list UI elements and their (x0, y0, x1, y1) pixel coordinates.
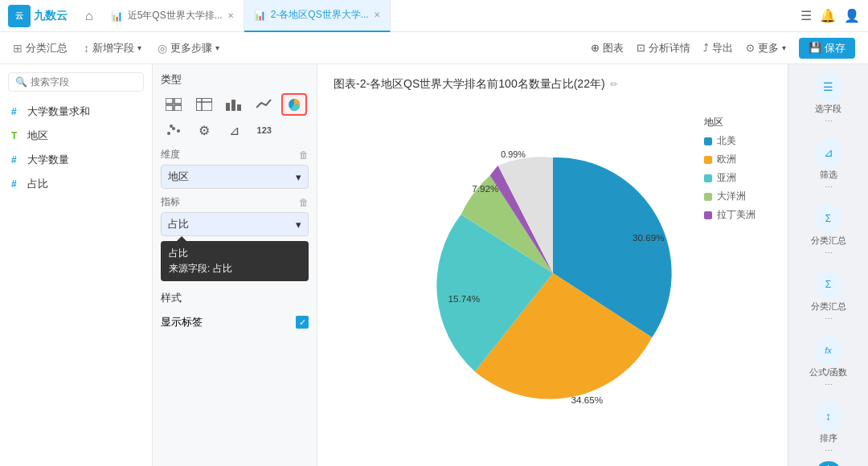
chart-type-pie[interactable] (281, 93, 307, 116)
chart-type-filter[interactable]: ⊿ (221, 119, 247, 141)
toolbar-more-steps[interactable]: ◎ 更多步骤 ▾ (158, 41, 219, 55)
metric-section: 指标 🗑 (161, 195, 309, 209)
toolbar: ⊞ 分类汇总 ↕ 新增字段 ▾ ◎ 更多步骤 ▾ ⊕ 图表 ⊡ 分析详情 ⤴ 导… (0, 32, 868, 64)
type-section-title: 类型 (161, 72, 309, 87)
step-formula[interactable]: fx 公式/函数 ⋯ (809, 336, 847, 389)
chart-type-gear[interactable]: ⚙ (191, 119, 217, 141)
svg-rect-8 (231, 100, 235, 111)
dimension-select[interactable]: 地区 ▾ (161, 165, 309, 189)
home-tab[interactable]: ⌂ (77, 9, 101, 23)
toolbar-chart[interactable]: ⊕ 图表 (591, 41, 624, 55)
step-formula-more[interactable]: ⋯ (825, 380, 833, 389)
legend-label-1: 欧洲 (717, 153, 736, 166)
field-item-3[interactable]: # 占比 (0, 172, 152, 196)
field-tag-1: T (11, 130, 23, 141)
step-sort-icon: ↕ (814, 402, 843, 431)
field-tag-2: # (11, 154, 23, 166)
step-filter[interactable]: ⊿ 筛选 ⋯ (814, 138, 843, 191)
more-steps-arrow: ▾ (215, 43, 219, 52)
toolbar-export[interactable]: ⤴ 导出 (703, 41, 733, 55)
right-sidebar: ☰ 选字段 ⋯ ⊿ 筛选 ⋯ Σ 分类汇总 ⋯ Σ 分类汇总 ⋯ fx 公式/函… (788, 64, 868, 466)
tab-1-close[interactable]: ✕ (227, 11, 234, 20)
svg-rect-5 (196, 98, 202, 111)
chart-label: 图表 (603, 41, 624, 55)
legend-label-3: 大洋洲 (717, 190, 746, 203)
chart-title-edit-icon[interactable]: ✏ (610, 79, 618, 90)
step-select[interactable]: ☰ 选字段 ⋯ (814, 72, 843, 125)
step-summary1[interactable]: Σ 分类汇总 ⋯ (811, 204, 846, 257)
step-sort-more[interactable]: ⋯ (825, 446, 833, 455)
chart-type-table[interactable] (161, 93, 186, 116)
tab-2-close[interactable]: ✕ (374, 10, 380, 19)
metric-select[interactable]: 占比 ▾ (161, 212, 309, 236)
logo-text: 九数云 (34, 9, 68, 23)
step-summary1-icon: Σ (814, 204, 843, 233)
save-label: 保存 (825, 41, 845, 55)
label-dayangzhou: 7.92% (472, 183, 498, 194)
step-summary1-more[interactable]: ⋯ (825, 248, 833, 257)
toolbar-add-field[interactable]: ↕ 新增字段 ▾ (84, 41, 141, 55)
tab-2[interactable]: 📊 2-各地区QS世界大学... ✕ (244, 0, 391, 32)
chart-type-line[interactable] (252, 93, 277, 116)
metric-tooltip: 占比 来源字段: 占比 (161, 241, 309, 281)
chart-type-scatter[interactable] (161, 119, 186, 141)
field-item-2[interactable]: # 大学数量 (0, 148, 152, 172)
dimension-label: 维度 (161, 148, 180, 161)
pie-chart: 30.69% 34.65% 15.74% 7.92% 0.99% (408, 129, 698, 418)
field-item-0[interactable]: # 大学数量求和 (0, 100, 152, 124)
step-filter-more[interactable]: ⋯ (825, 182, 833, 191)
legend: 地区 北美 欧洲 亚洲 大洋洲 (704, 116, 755, 227)
step-formula-icon: fx (814, 336, 843, 365)
chart-type-cross[interactable] (191, 93, 217, 116)
tab-1[interactable]: 📊 近5年QS世界大学排... ✕ (101, 0, 244, 32)
topbar-right: ☰ 🔔 👤 (800, 8, 860, 23)
legend-dot-0 (704, 137, 712, 145)
summary-label: 分类汇总 (26, 41, 68, 55)
toolbar-summary[interactable]: ⊞ 分类汇总 (13, 41, 68, 55)
legend-item-1: 欧洲 (704, 153, 755, 166)
toolbar-save[interactable]: 💾 保存 (799, 38, 855, 59)
center-panel: 类型 (153, 64, 317, 466)
chart-type-bar[interactable] (221, 93, 247, 116)
field-label-2: 大学数量 (27, 153, 69, 167)
chart-type-num[interactable]: 123 (252, 119, 277, 141)
export-icon: ⤴ (703, 42, 709, 54)
more-arrow: ▾ (782, 43, 786, 52)
legend-dot-2 (704, 174, 712, 182)
svg-point-13 (177, 129, 180, 133)
label-ladingmeizhou: 0.99% (501, 149, 526, 159)
user-icon[interactable]: 👤 (844, 8, 860, 23)
show-label-checkbox[interactable]: ✓ (296, 316, 309, 329)
step-sort[interactable]: ↕ 排序 ⋯ (814, 402, 843, 455)
field-tag-3: # (11, 178, 23, 190)
metric-trash-icon[interactable]: 🗑 (299, 197, 309, 208)
search-box[interactable]: 🔍 (8, 72, 144, 92)
legend-item-4: 拉丁美洲 (704, 208, 755, 222)
field-label-1: 地区 (27, 129, 48, 143)
dimension-section: 维度 🗑 (161, 148, 309, 161)
svg-rect-7 (226, 103, 230, 111)
menu-icon[interactable]: ☰ (800, 8, 812, 23)
dimension-trash-icon[interactable]: 🗑 (299, 149, 309, 161)
main-layout: 🔍 # 大学数量求和 T 地区 # 大学数量 # 占比 类型 (0, 64, 868, 466)
svg-rect-1 (174, 98, 182, 104)
metric-label: 指标 (161, 195, 180, 209)
field-item-1[interactable]: T 地区 (0, 124, 152, 148)
add-step-button[interactable]: + (817, 461, 840, 466)
legend-title: 地区 (704, 116, 755, 129)
step-summary2[interactable]: Σ 分类汇总 ⋯ (811, 270, 846, 323)
style-label: 样式 (161, 291, 309, 305)
legend-dot-1 (704, 156, 712, 164)
field-label-3: 占比 (27, 177, 48, 191)
toolbar-analysis[interactable]: ⊡ 分析详情 (637, 41, 690, 55)
svg-rect-2 (166, 105, 173, 111)
svg-point-12 (172, 127, 175, 130)
step-summary2-more[interactable]: ⋯ (825, 314, 833, 323)
toolbar-more[interactable]: ⊙ 更多 ▾ (746, 41, 786, 55)
bell-icon[interactable]: 🔔 (820, 8, 836, 23)
add-field-icon: ↕ (84, 42, 89, 55)
step-select-more[interactable]: ⋯ (825, 117, 833, 125)
chart-icon: ⊕ (591, 42, 600, 54)
label-ouzhou: 34.65% (571, 394, 603, 405)
search-input[interactable] (31, 76, 137, 88)
